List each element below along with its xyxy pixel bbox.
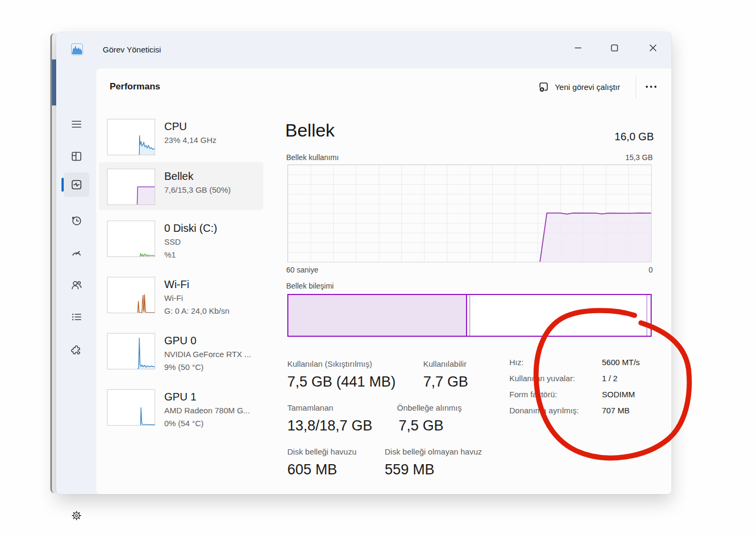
- window-title: Görev Yöneticisi: [103, 45, 161, 54]
- sidebar-item-memory[interactable]: Bellek 7,6/15,3 GB (50%): [99, 162, 263, 210]
- cpu-stats: 23% 4,14 GHz: [164, 134, 217, 147]
- active-page-indicator: [62, 178, 64, 192]
- gpu0-usage: 9% (50 °C): [164, 361, 251, 374]
- wifi-mini-chart: [107, 277, 155, 313]
- detail-form-factor-label: Form faktörü:: [509, 390, 557, 399]
- sidebar-item-details[interactable]: [64, 305, 89, 329]
- minimize-icon: [575, 44, 582, 51]
- startup-apps-icon: [70, 246, 83, 259]
- detail-speed-value: 5600 MT/s: [602, 358, 640, 367]
- stat-used-value: 7,5 GB (441 MB): [287, 374, 396, 390]
- gpu0-mini-chart: [107, 333, 155, 369]
- minimize-button[interactable]: [566, 39, 590, 57]
- stat-committed-label: Tamamlanan: [287, 403, 333, 412]
- performance-icon: [70, 178, 83, 191]
- wifi-label: Wi-Fi: [164, 277, 230, 292]
- memory-label: Bellek: [164, 169, 231, 184]
- sidebar-item-cpu[interactable]: CPU 23% 4,14 GHz: [99, 115, 263, 162]
- sidebar-item-performance[interactable]: [64, 172, 89, 197]
- sidebar-item-users[interactable]: [64, 273, 89, 297]
- gpu1-label: GPU 1: [164, 390, 250, 404]
- gpu1-mini-chart: [107, 389, 155, 426]
- cpu-mini-chart: [107, 119, 155, 155]
- maximize-button[interactable]: [602, 39, 627, 57]
- memory-pane-title: Bellek: [285, 120, 335, 141]
- detail-form-factor-value: SODIMM: [602, 390, 635, 399]
- x-axis-right-label: 0: [648, 266, 653, 274]
- close-button[interactable]: [640, 39, 665, 57]
- close-icon: [650, 44, 656, 51]
- processes-icon: [70, 150, 83, 163]
- sidebar-item-gpu0[interactable]: GPU 0 NVIDIA GeForce RTX ... 9% (50 °C): [99, 329, 263, 385]
- stat-available-value: 7,7 GB: [423, 374, 468, 390]
- stat-nonpaged-pool-value: 559 MB: [385, 462, 434, 478]
- usage-chart-label: Bellek kullanımı: [286, 153, 339, 162]
- disk-label: 0 Diski (C:): [164, 221, 217, 236]
- memory-usage-chart: [287, 164, 652, 262]
- sidebar-item-processes[interactable]: [64, 144, 89, 169]
- maximize-icon: [611, 44, 618, 51]
- sidebar-item-startup-apps[interactable]: [64, 240, 89, 265]
- task-manager-window: Görev Yöneticisi: [56, 32, 671, 494]
- stat-nonpaged-pool-label: Disk belleği olmayan havuz: [385, 447, 482, 456]
- composition-divider: [469, 295, 470, 336]
- sidebar-item-gpu1[interactable]: GPU 1 AMD Radeon 780M G... 0% (54 °C): [99, 385, 263, 441]
- stat-cached-value: 7,5 GB: [399, 418, 444, 434]
- disk-mini-chart: [107, 221, 155, 257]
- app-history-icon: [70, 214, 83, 227]
- menu-button[interactable]: [64, 112, 89, 137]
- sidebar-item-disk[interactable]: 0 Diski (C:) SSD %1: [99, 216, 263, 273]
- sidebar-item-app-history[interactable]: [64, 208, 89, 233]
- gpu0-label: GPU 0: [164, 334, 251, 348]
- disk-type: SSD: [164, 236, 217, 248]
- memory-total: 16,0 GB: [615, 131, 654, 143]
- memory-pane: Bellek 16,0 GB Bellek kullanımı 15,3 GB …: [285, 69, 654, 494]
- navigation-rail: [56, 69, 96, 494]
- stat-committed-value: 13,8/18,7 GB: [287, 418, 372, 434]
- disk-usage: %1: [164, 248, 217, 261]
- memory-composition-bar: [287, 294, 652, 337]
- users-icon: [70, 278, 83, 291]
- stat-used-label: Kullanılan (Sıkıştırılmış): [287, 359, 372, 368]
- settings-gear-icon: [70, 509, 83, 522]
- wifi-network: Wi-Fi: [164, 292, 230, 305]
- gpu0-name: NVIDIA GeForce RTX ...: [164, 348, 251, 361]
- x-axis-left-label: 60 saniye: [286, 266, 318, 274]
- wifi-throughput: G: 0 A: 24,0 Kb/sn: [164, 305, 230, 317]
- composition-in-use-segment: [288, 295, 467, 336]
- settings-button[interactable]: [64, 503, 89, 528]
- gpu1-name: AMD Radeon 780M G...: [164, 404, 250, 417]
- stat-paged-pool-value: 605 MB: [287, 462, 337, 478]
- composition-label: Bellek bileşimi: [286, 282, 334, 290]
- detail-hw-reserved-label: Donanıma ayrılmış:: [509, 406, 579, 415]
- composition-divider: [646, 295, 647, 336]
- gpu1-usage: 0% (54 °C): [164, 417, 250, 430]
- detail-slots-value: 1 / 2: [602, 374, 617, 383]
- menu-icon: [70, 118, 83, 131]
- sidebar-item-services[interactable]: [64, 337, 89, 361]
- detail-speed-label: Hız:: [509, 358, 524, 367]
- memory-stats: 7,6/15,3 GB (50%): [164, 184, 231, 196]
- details-icon: [70, 311, 83, 323]
- stat-cached-label: Önbelleğe alınmış: [397, 403, 462, 412]
- memory-mini-chart: [107, 169, 155, 205]
- detail-slots-label: Kullanılan yuvalar:: [509, 374, 575, 383]
- titlebar[interactable]: Görev Yöneticisi: [56, 32, 671, 69]
- page-title: Performans: [110, 81, 160, 92]
- stat-available-label: Kullanılabilir: [423, 359, 467, 368]
- sidebar-item-wifi[interactable]: Wi-Fi Wi-Fi G: 0 A: 24,0 Kb/sn: [99, 273, 263, 329]
- task-manager-app-icon: [71, 43, 83, 55]
- cpu-label: CPU: [164, 119, 217, 134]
- services-icon: [70, 343, 83, 356]
- content-panel: Performans Yeni görevi çalıştır CPU 23% …: [96, 69, 671, 494]
- usage-chart-max: 15,3 GB: [625, 153, 653, 162]
- stat-paged-pool-label: Disk belleği havuzu: [287, 447, 356, 456]
- detail-hw-reserved-value: 707 MB: [602, 406, 630, 415]
